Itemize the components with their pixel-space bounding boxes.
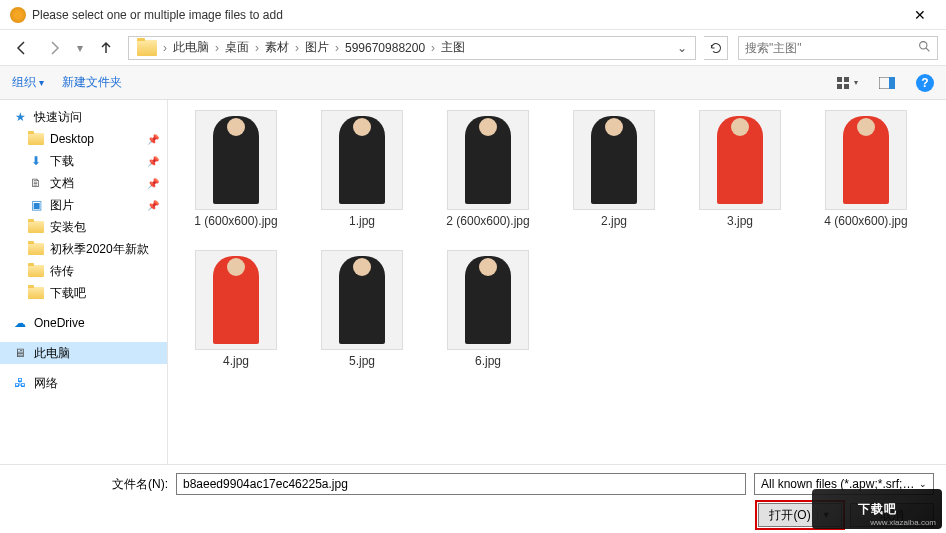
sidebar-item-label: 下载 (50, 153, 74, 170)
sidebar-downloads[interactable]: ⬇ 下载 📌 (0, 150, 167, 172)
file-name: 6.jpg (475, 354, 501, 368)
breadcrumb-item[interactable]: 此电脑 (169, 39, 213, 56)
sidebar-pending[interactable]: 待传 (0, 260, 167, 282)
sidebar-autumn[interactable]: 初秋季2020年新款 (0, 238, 167, 260)
file-name: 3.jpg (727, 214, 753, 228)
window-title: Please select one or multiple image file… (32, 8, 897, 22)
file-item[interactable]: 4.jpg (186, 250, 286, 368)
sidebar-this-pc[interactable]: 🖥 此电脑 (0, 342, 167, 364)
file-thumbnail (573, 110, 655, 210)
folder-icon (137, 40, 157, 56)
chevron-right-icon: › (253, 41, 261, 55)
main-area: ★ 快速访问 Desktop 📌 ⬇ 下载 📌 🗎 文档 📌 ▣ 图片 📌 安装… (0, 100, 946, 464)
sidebar-item-label: 网络 (34, 375, 58, 392)
sidebar-item-label: 此电脑 (34, 345, 70, 362)
sidebar-item-label: 下载吧 (50, 285, 86, 302)
svg-rect-3 (844, 77, 849, 82)
close-button[interactable]: ✕ (897, 0, 942, 30)
svg-rect-2 (837, 77, 842, 82)
breadcrumb-item[interactable]: 桌面 (221, 39, 253, 56)
file-thumbnail (195, 110, 277, 210)
breadcrumb-item[interactable]: 图片 (301, 39, 333, 56)
search-icon[interactable] (918, 40, 931, 56)
breadcrumb-dropdown[interactable]: ⌄ (673, 41, 691, 55)
file-item[interactable]: 2.jpg (564, 110, 664, 228)
watermark-text: 下载吧 (858, 501, 897, 518)
sidebar-pictures[interactable]: ▣ 图片 📌 (0, 194, 167, 216)
sidebar-dlbar[interactable]: 下载吧 (0, 282, 167, 304)
sidebar-network[interactable]: 🖧 网络 (0, 372, 167, 394)
filename-label: 文件名(N): (112, 476, 168, 493)
file-thumbnail (447, 110, 529, 210)
chevron-right-icon: › (161, 41, 169, 55)
open-button-label: 打开(O) (769, 507, 810, 524)
help-button[interactable]: ? (916, 74, 934, 92)
sidebar-pkg[interactable]: 安装包 (0, 216, 167, 238)
view-icons-button[interactable]: ▾ (836, 72, 858, 94)
folder-icon (28, 265, 44, 277)
folder-icon (28, 287, 44, 299)
svg-rect-5 (844, 84, 849, 89)
file-grid: 1 (600x600).jpg1.jpg2 (600x600).jpg2.jpg… (168, 100, 946, 464)
pin-icon: 📌 (147, 156, 159, 167)
document-icon: 🗎 (28, 175, 44, 191)
file-name: 4 (600x600).jpg (824, 214, 907, 228)
back-button[interactable] (8, 34, 36, 62)
breadcrumb-item[interactable]: 599670988200 (341, 41, 429, 55)
sidebar-onedrive[interactable]: ☁ OneDrive (0, 312, 167, 334)
breadcrumb-item[interactable]: 主图 (437, 39, 469, 56)
sidebar-item-label: OneDrive (34, 316, 85, 330)
up-button[interactable] (92, 34, 120, 62)
breadcrumb-item[interactable]: 素材 (261, 39, 293, 56)
filename-input[interactable] (176, 473, 746, 495)
file-thumbnail (195, 250, 277, 350)
breadcrumb[interactable]: › 此电脑 › 桌面 › 素材 › 图片 › 599670988200 › 主图… (128, 36, 696, 60)
file-item[interactable]: 1.jpg (312, 110, 412, 228)
pc-icon: 🖥 (12, 345, 28, 361)
file-name: 5.jpg (349, 354, 375, 368)
file-name: 2 (600x600).jpg (446, 214, 529, 228)
watermark-sub: www.xiazaiba.com (870, 518, 936, 527)
refresh-button[interactable] (704, 36, 728, 60)
sidebar-item-label: 初秋季2020年新款 (50, 241, 149, 258)
sidebar-item-label: 图片 (50, 197, 74, 214)
sidebar: ★ 快速访问 Desktop 📌 ⬇ 下载 📌 🗎 文档 📌 ▣ 图片 📌 安装… (0, 100, 168, 464)
sidebar-desktop[interactable]: Desktop 📌 (0, 128, 167, 150)
recent-dropdown[interactable]: ▾ (72, 34, 88, 62)
file-name: 1 (600x600).jpg (194, 214, 277, 228)
download-icon: ⬇ (28, 153, 44, 169)
file-name: 1.jpg (349, 214, 375, 228)
search-input[interactable] (745, 41, 918, 55)
network-icon: 🖧 (12, 375, 28, 391)
sidebar-documents[interactable]: 🗎 文档 📌 (0, 172, 167, 194)
file-item[interactable]: 5.jpg (312, 250, 412, 368)
preview-pane-button[interactable] (876, 72, 898, 94)
watermark: 下载吧 www.xiazaiba.com (812, 489, 942, 529)
file-item[interactable]: 3.jpg (690, 110, 790, 228)
pin-icon: 📌 (147, 178, 159, 189)
search-box[interactable] (738, 36, 938, 60)
chevron-right-icon: › (213, 41, 221, 55)
svg-line-1 (926, 48, 929, 51)
chevron-right-icon: › (293, 41, 301, 55)
file-thumbnail (447, 250, 529, 350)
file-item[interactable]: 4 (600x600).jpg (816, 110, 916, 228)
file-thumbnail (825, 110, 907, 210)
app-icon (10, 7, 26, 23)
sidebar-item-label: 安装包 (50, 219, 86, 236)
sidebar-quick-access[interactable]: ★ 快速访问 (0, 106, 167, 128)
file-name: 4.jpg (223, 354, 249, 368)
toolbar: 组织 新建文件夹 ▾ ? (0, 66, 946, 100)
star-icon: ★ (12, 109, 28, 125)
file-item[interactable]: 6.jpg (438, 250, 538, 368)
pin-icon: 📌 (147, 134, 159, 145)
new-folder-button[interactable]: 新建文件夹 (62, 74, 122, 91)
picture-icon: ▣ (28, 197, 44, 213)
forward-button[interactable] (40, 34, 68, 62)
nav-bar: ▾ › 此电脑 › 桌面 › 素材 › 图片 › 599670988200 › … (0, 30, 946, 66)
file-thumbnail (321, 250, 403, 350)
organize-menu[interactable]: 组织 (12, 74, 44, 91)
sidebar-item-label: 快速访问 (34, 109, 82, 126)
file-item[interactable]: 2 (600x600).jpg (438, 110, 538, 228)
file-item[interactable]: 1 (600x600).jpg (186, 110, 286, 228)
